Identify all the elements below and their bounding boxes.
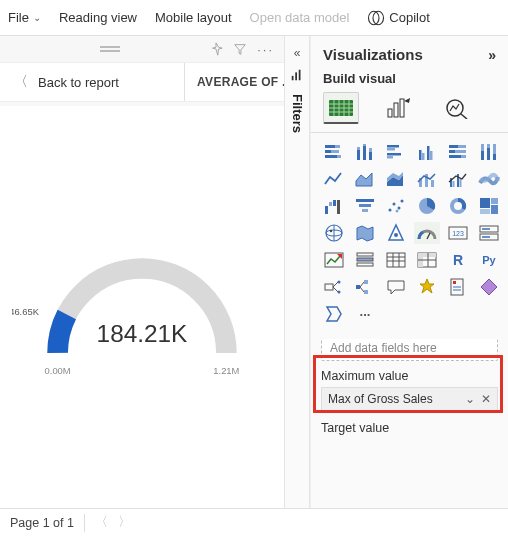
viz-map[interactable] [321, 222, 347, 244]
menu-copilot[interactable]: Copilot [367, 9, 429, 27]
menu-reading-view[interactable]: Reading view [59, 10, 137, 25]
viz-python-visual[interactable]: Py [476, 249, 502, 271]
filters-pane-collapsed[interactable]: « Filters [284, 36, 310, 508]
viz-gauge[interactable] [414, 222, 440, 244]
viz-waterfall[interactable] [321, 195, 347, 217]
viz-clustered-column[interactable] [414, 141, 440, 163]
viz-scatter[interactable] [383, 195, 409, 217]
svg-rect-94 [357, 253, 373, 256]
main-area: ··· 〈 Back to report AVERAGE OF ... 184.… [0, 36, 508, 508]
viz-pie[interactable] [414, 195, 440, 217]
svg-rect-61 [329, 202, 332, 206]
svg-point-68 [393, 203, 396, 206]
page-next-icon[interactable]: 〉 [118, 514, 131, 531]
viz-line[interactable] [321, 168, 347, 190]
gauge-min-label: 0.00M [45, 365, 71, 375]
menu-copilot-label: Copilot [389, 10, 429, 25]
svg-rect-118 [364, 290, 368, 294]
svg-rect-26 [363, 146, 366, 160]
svg-rect-35 [422, 153, 425, 160]
svg-rect-60 [325, 206, 328, 214]
viz-key-influencers[interactable] [321, 276, 347, 298]
viz-table[interactable] [383, 249, 409, 271]
chevron-left-icon: 〈 [14, 73, 28, 91]
more-options-icon[interactable]: ··· [257, 42, 274, 57]
svg-rect-20 [325, 150, 331, 153]
close-icon[interactable]: ✕ [481, 392, 491, 406]
viz-line-stacked-column[interactable] [414, 168, 440, 190]
maximum-value-field[interactable]: Max of Gross Sales ⌄ ✕ [321, 387, 498, 411]
back-to-report[interactable]: 〈 Back to report [0, 73, 184, 91]
chevron-right-icon[interactable]: » [488, 47, 496, 63]
viz-card[interactable]: 123 [445, 222, 471, 244]
visualizations-title: Visualizations [323, 46, 423, 63]
viz-decomposition-tree[interactable] [352, 276, 378, 298]
svg-rect-36 [427, 146, 430, 160]
viz-filled-map[interactable] [352, 222, 378, 244]
viz-donut[interactable] [445, 195, 471, 217]
viz-area[interactable] [352, 168, 378, 190]
svg-marker-50 [356, 173, 372, 186]
gauge-svg: 184.21K 0.00M 1.21M 146.65K [12, 231, 272, 381]
field-chip-text: Max of Gross Sales [328, 392, 433, 406]
svg-rect-23 [337, 155, 341, 158]
viz-matrix[interactable] [414, 249, 440, 271]
svg-rect-14 [394, 103, 398, 117]
svg-rect-39 [449, 145, 458, 148]
viz-stacked-area[interactable] [383, 168, 409, 190]
svg-rect-65 [359, 204, 371, 207]
canvas-column: ··· 〈 Back to report AVERAGE OF ... 184.… [0, 36, 284, 508]
viz-kpi[interactable] [321, 249, 347, 271]
viz-paginated-report[interactable] [445, 276, 471, 298]
svg-line-17 [461, 114, 467, 119]
viz-smart-narrative[interactable] [414, 276, 440, 298]
viz-100-stacked-bar[interactable] [445, 141, 471, 163]
menu-mobile-layout[interactable]: Mobile layout [155, 10, 232, 25]
page-prev-icon[interactable]: 〈 [95, 514, 108, 531]
viz-azure-map[interactable] [383, 222, 409, 244]
svg-rect-22 [325, 155, 337, 158]
svg-rect-120 [453, 281, 456, 284]
maximum-value-label: Maximum value [321, 369, 498, 383]
svg-point-82 [330, 230, 332, 232]
viz-stacked-column[interactable] [352, 141, 378, 163]
viz-funnel[interactable] [352, 195, 378, 217]
svg-line-111 [333, 287, 338, 292]
viz-qa[interactable] [383, 276, 409, 298]
viz-ribbon[interactable] [476, 168, 502, 190]
viz-clustered-bar[interactable] [383, 141, 409, 163]
svg-rect-24 [357, 150, 360, 160]
svg-point-74 [454, 202, 462, 210]
svg-rect-34 [419, 150, 422, 160]
viz-power-automate[interactable] [321, 303, 347, 325]
tab-analytics[interactable] [439, 92, 475, 124]
tab-build-visual[interactable] [323, 92, 359, 124]
svg-rect-18 [325, 145, 335, 148]
top-menu-bar: File ⌄ Reading view Mobile layout Open d… [0, 0, 508, 36]
gauge-max-label: 1.21M [213, 365, 239, 375]
svg-rect-96 [357, 263, 373, 266]
drag-handle-icon[interactable] [100, 46, 120, 52]
viz-more-options[interactable]: ··· [352, 303, 378, 325]
svg-line-110 [333, 282, 338, 287]
menu-file[interactable]: File ⌄ [8, 10, 41, 25]
viz-100-stacked-column[interactable] [476, 141, 502, 163]
chevron-left-icon[interactable]: « [294, 46, 301, 60]
filter-icon[interactable] [233, 42, 247, 56]
viz-treemap[interactable] [476, 195, 502, 217]
tab-format-visual[interactable] [381, 92, 417, 124]
viz-slicer[interactable] [352, 249, 378, 271]
viz-line-clustered-column[interactable] [445, 168, 471, 190]
status-bar: Page 1 of 1 〈 〉 [0, 508, 508, 536]
viz-stacked-bar[interactable] [321, 141, 347, 163]
visual-title: AVERAGE OF ... [184, 63, 284, 101]
viz-power-apps[interactable] [476, 276, 502, 298]
viz-multi-row-card[interactable] [476, 222, 502, 244]
viz-r-visual[interactable]: R [445, 249, 471, 271]
gauge-chart[interactable]: 184.21K 0.00M 1.21M 146.65K [0, 106, 284, 508]
add-data-fields-well[interactable]: Add data fields here [321, 339, 498, 361]
chevron-down-icon[interactable]: ⌄ [465, 392, 475, 406]
svg-rect-19 [335, 145, 340, 148]
report-header: 〈 Back to report AVERAGE OF ... [0, 62, 284, 102]
pin-icon[interactable] [209, 42, 223, 56]
